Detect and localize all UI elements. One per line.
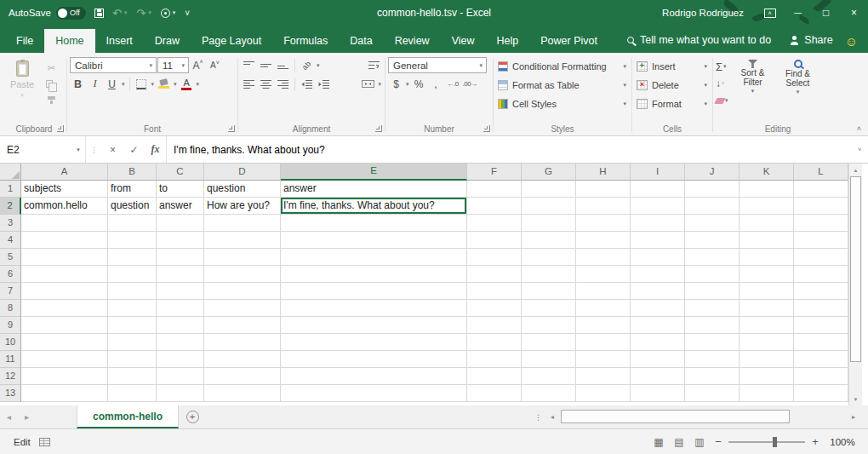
alignment-dialog-launcher-icon[interactable] [375, 125, 382, 132]
tab-scroll-splitter[interactable]: ⋮ [532, 405, 545, 428]
cell-e2[interactable]: I'm fine, thanks. What about you? [281, 198, 467, 215]
row-header-5[interactable]: 5 [0, 249, 21, 266]
format-cells-button[interactable]: Format▾ [635, 95, 710, 112]
cell-h4[interactable] [576, 232, 631, 249]
cell-a4[interactable] [21, 232, 108, 249]
tab-home[interactable]: Home [44, 29, 94, 54]
accounting-format-button[interactable]: $ [388, 76, 404, 92]
cell-l12[interactable] [794, 368, 848, 385]
tab-formulas[interactable]: Formulas [272, 29, 339, 54]
tab-data[interactable]: Data [339, 29, 383, 54]
cell-i12[interactable] [631, 368, 685, 385]
cell-l1[interactable] [794, 181, 848, 198]
cell-h11[interactable] [576, 351, 631, 368]
cell-l7[interactable] [794, 283, 848, 300]
cell-i8[interactable] [631, 300, 685, 317]
increase-font-size-button[interactable]: A˄ [190, 57, 206, 73]
cell-l5[interactable] [794, 249, 848, 266]
collapse-ribbon-button[interactable]: ˄ [857, 124, 861, 133]
cell-g11[interactable] [522, 351, 576, 368]
comma-style-button[interactable]: , [428, 76, 444, 92]
cell-i9[interactable] [631, 317, 685, 334]
tell-me-box[interactable]: Tell me what you want to do [619, 27, 779, 53]
vertical-scroll-thumb[interactable] [850, 176, 861, 362]
cell-a5[interactable] [21, 249, 108, 266]
cell-f12[interactable] [467, 368, 522, 385]
scroll-left-icon[interactable]: ◂ [545, 413, 560, 421]
column-header-b[interactable]: B [108, 164, 157, 181]
cell-f4[interactable] [467, 232, 522, 249]
cell-g9[interactable] [522, 317, 576, 334]
page-layout-view-button[interactable]: ▤ [669, 434, 689, 451]
clear-button[interactable]: ▾ [716, 93, 729, 108]
cell-h3[interactable] [576, 215, 631, 232]
cell-e1[interactable]: answer [281, 181, 467, 198]
new-sheet-button[interactable]: + [179, 405, 206, 428]
decrease-indent-button[interactable] [299, 76, 315, 92]
row-header-3[interactable]: 3 [0, 215, 21, 232]
vertical-scroll-track[interactable] [849, 176, 862, 393]
cell-b12[interactable] [108, 368, 157, 385]
align-center-button[interactable] [258, 76, 274, 92]
cell-c5[interactable] [157, 249, 204, 266]
close-button[interactable]: × [840, 0, 868, 26]
cell-d11[interactable] [204, 351, 281, 368]
sort-filter-button[interactable]: Sort & Filter▾ [732, 57, 774, 122]
cell-j2[interactable] [685, 198, 740, 215]
cell-b2[interactable]: question [108, 198, 157, 215]
row-header-12[interactable]: 12 [0, 368, 21, 385]
cell-e9[interactable] [281, 317, 467, 334]
tab-page-layout[interactable]: Page Layout [191, 29, 272, 54]
format-painter-button[interactable] [43, 93, 60, 107]
cell-f5[interactable] [467, 249, 522, 266]
cell-b4[interactable] [108, 232, 157, 249]
scroll-down-icon[interactable]: ▾ [849, 393, 862, 405]
cell-k9[interactable] [740, 317, 794, 334]
cell-k2[interactable] [740, 198, 794, 215]
cell-d7[interactable] [204, 283, 281, 300]
cell-f3[interactable] [467, 215, 522, 232]
user-name[interactable]: Rodrigo Rodriguez [662, 8, 744, 18]
sheet-tab-common-hello[interactable]: common-hello [77, 405, 179, 428]
insert-function-button[interactable]: fx [145, 136, 166, 163]
cell-d8[interactable] [204, 300, 281, 317]
cell-b9[interactable] [108, 317, 157, 334]
row-header-6[interactable]: 6 [0, 266, 21, 283]
cell-e8[interactable] [281, 300, 467, 317]
cell-i6[interactable] [631, 266, 685, 283]
autosave-toggle[interactable]: AutoSave Off [9, 7, 86, 20]
cell-i1[interactable] [631, 181, 685, 198]
cell-c3[interactable] [157, 215, 204, 232]
copy-button[interactable]: ▾ [43, 77, 60, 91]
cell-d5[interactable] [204, 249, 281, 266]
cell-f6[interactable] [467, 266, 522, 283]
share-button[interactable]: Share [781, 27, 841, 53]
tab-review[interactable]: Review [384, 29, 441, 54]
zoom-out-button[interactable]: − [710, 435, 727, 448]
cell-styles-button[interactable]: Cell Styles▾ [496, 95, 629, 112]
cell-b6[interactable] [108, 266, 157, 283]
cell-b3[interactable] [108, 215, 157, 232]
cell-a1[interactable]: subjects [21, 181, 108, 198]
tab-insert[interactable]: Insert [95, 29, 144, 54]
cell-e5[interactable] [281, 249, 467, 266]
cell-j8[interactable] [685, 300, 740, 317]
cell-j1[interactable] [685, 181, 740, 198]
cell-k13[interactable] [740, 385, 794, 402]
cell-h12[interactable] [576, 368, 631, 385]
cell-b8[interactable] [108, 300, 157, 317]
decrease-font-size-button[interactable]: A˅ [207, 57, 223, 73]
cell-j11[interactable] [685, 351, 740, 368]
horizontal-scrollbar[interactable]: ◂ ▸ [545, 405, 861, 428]
cell-d2[interactable]: How are you? [204, 198, 281, 215]
conditional-formatting-button[interactable]: Conditional Formatting▾ [496, 57, 629, 75]
cell-k5[interactable] [740, 249, 794, 266]
cell-a9[interactable] [21, 317, 108, 334]
cell-h2[interactable] [576, 198, 631, 215]
bold-button[interactable]: B [70, 76, 86, 92]
row-header-8[interactable]: 8 [0, 300, 21, 317]
vertical-scrollbar[interactable]: ▴ ▾ [848, 164, 862, 405]
zoom-slider-thumb[interactable] [773, 437, 777, 447]
row-header-13[interactable]: 13 [0, 385, 21, 402]
cell-a6[interactable] [21, 266, 108, 283]
